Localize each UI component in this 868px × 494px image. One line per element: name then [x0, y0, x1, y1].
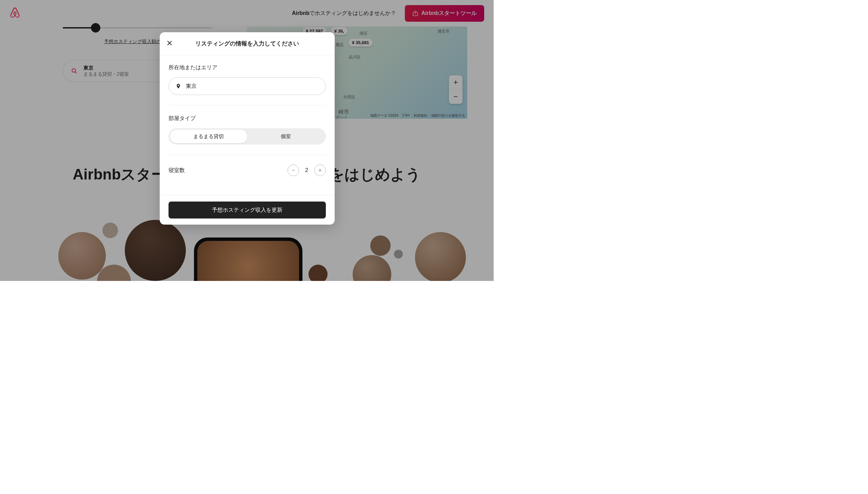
modal-title: リスティングの情報を入力してください [195, 40, 299, 48]
listing-info-modal: リスティングの情報を入力してください 所在地またはエリア 東京 部屋タイプ まる… [160, 32, 335, 225]
room-type-entire[interactable]: まるまる貸切 [170, 130, 247, 143]
location-label: 所在地またはエリア [169, 64, 326, 71]
close-button[interactable] [167, 40, 172, 47]
room-type-private[interactable]: 個室 [247, 130, 324, 143]
room-type-segment: まるまる貸切 個室 [169, 128, 326, 145]
bedroom-increment[interactable]: + [314, 165, 326, 176]
location-input[interactable]: 東京 [169, 77, 326, 95]
bedroom-value: 2 [305, 167, 308, 173]
location-value: 東京 [186, 83, 197, 90]
bedroom-label: 寝室数 [169, 167, 185, 174]
bedroom-decrement[interactable]: − [288, 165, 299, 176]
close-icon [167, 41, 172, 45]
update-estimate-button[interactable]: 予想ホスティング収入を更新 [169, 202, 326, 218]
pin-icon [176, 83, 181, 90]
room-type-label: 部屋タイプ [169, 115, 326, 122]
